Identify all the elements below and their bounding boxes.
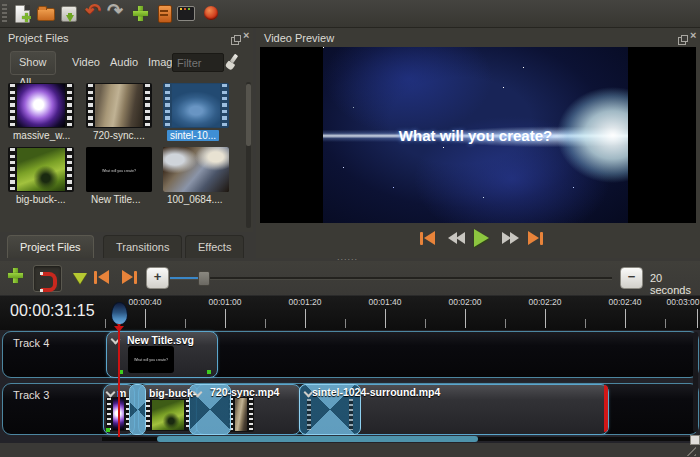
thumbnail-bedroom bbox=[163, 147, 229, 192]
file-label-massive: massive_w... bbox=[13, 130, 70, 141]
choose-profile-icon[interactable] bbox=[176, 4, 195, 23]
new-project-icon[interactable] bbox=[13, 4, 32, 23]
file-item-massive[interactable] bbox=[8, 83, 74, 128]
project-files-scrollbar[interactable] bbox=[246, 82, 251, 228]
current-time-display: 00:00:31:15 bbox=[10, 302, 95, 320]
open-project-icon[interactable] bbox=[36, 4, 55, 23]
undo-icon[interactable]: ↶ bbox=[85, 1, 104, 20]
ruler-tick-label: 00:03:00 bbox=[666, 297, 699, 307]
ruler-tick-label: 00:00:40 bbox=[128, 297, 161, 307]
file-item-720sync[interactable] bbox=[86, 83, 152, 128]
ruler-tick-label: 00:02:20 bbox=[528, 297, 561, 307]
import-files-icon[interactable] bbox=[132, 4, 151, 23]
clip-menu-chevron-icon[interactable] bbox=[106, 388, 114, 396]
tab-effects[interactable]: Effects bbox=[185, 235, 244, 258]
filter-input[interactable] bbox=[172, 53, 224, 72]
main-toolbar: ↶ ↷ bbox=[0, 0, 700, 28]
file-item-newtitle[interactable]: What will you create? bbox=[86, 147, 152, 192]
keyframe-dot bbox=[207, 370, 211, 374]
clip-bigbuck-label: big-buck- bbox=[149, 387, 196, 399]
track-4-name: Track 4 bbox=[13, 337, 49, 349]
export-video-icon[interactable] bbox=[202, 4, 221, 23]
transition-1[interactable] bbox=[129, 384, 146, 435]
video-preview-close-icon[interactable]: × bbox=[690, 31, 696, 40]
track-3-name: Track 3 bbox=[13, 389, 49, 401]
transition-thumbnail bbox=[306, 398, 354, 431]
selection-overlay bbox=[163, 83, 229, 128]
zoom-out-button[interactable]: − bbox=[620, 267, 643, 289]
video-viewport: What will you create? bbox=[260, 47, 696, 223]
ruler-tick-label: 00:01:00 bbox=[208, 297, 241, 307]
filter-show-all-button[interactable]: Show All bbox=[10, 51, 56, 75]
thumbnail-720sync bbox=[95, 84, 143, 127]
clip-new-title-label: New Title.svg bbox=[127, 334, 194, 346]
file-item-bedroom[interactable] bbox=[163, 147, 229, 192]
snapping-toggle-button[interactable] bbox=[33, 265, 62, 292]
clip-trim-end-handle[interactable] bbox=[604, 385, 608, 432]
ruler-tick-label: 00:02:00 bbox=[448, 297, 481, 307]
zoom-in-button[interactable]: + bbox=[146, 267, 169, 289]
playhead-line[interactable] bbox=[118, 326, 120, 437]
ruler-tick-label: 00:02:40 bbox=[608, 297, 641, 307]
clip-720sync-thumbnail bbox=[228, 397, 254, 432]
clip-new-title-thumbnail: What will you create? bbox=[128, 346, 174, 373]
tab-transitions[interactable]: Transitions bbox=[103, 235, 182, 258]
thumbnail-bigbuck bbox=[17, 148, 65, 191]
zoom-slider-handle[interactable] bbox=[198, 271, 210, 286]
thumbnail-newtitle: What will you create? bbox=[86, 147, 152, 192]
openshot-window: ↶ ↷ Project Files × Show All Video Audio… bbox=[0, 0, 700, 457]
transition-menu-chevron-icon[interactable] bbox=[304, 388, 312, 396]
file-label-720sync: 720-sync.... bbox=[93, 130, 145, 141]
clear-filter-brush-icon[interactable] bbox=[224, 54, 240, 70]
file-item-sintel[interactable] bbox=[163, 83, 229, 128]
play-button[interactable] bbox=[474, 229, 489, 247]
clip-new-title[interactable]: New Title.svg What will you create? bbox=[106, 331, 218, 378]
tab-project-files[interactable]: Project Files bbox=[7, 235, 94, 258]
window-resize-grip[interactable] bbox=[684, 446, 696, 456]
clip-720sync-label: 720-sync.mp4 bbox=[210, 386, 279, 398]
title-editor-icon[interactable] bbox=[155, 4, 174, 23]
playhead-marker[interactable] bbox=[111, 302, 128, 325]
keyframe-dot bbox=[106, 428, 110, 432]
toolbar-drag-handle[interactable] bbox=[2, 4, 7, 23]
video-frame: What will you create? bbox=[323, 47, 628, 223]
ruler-tick-label: 00:01:40 bbox=[368, 297, 401, 307]
dock-tab-bar: Project Files Transitions Effects bbox=[0, 232, 256, 258]
clip-sintel-label: sintel-1024-surround.mp4 bbox=[312, 386, 440, 398]
zoom-slider-track[interactable] bbox=[170, 277, 612, 280]
ruler-tick-label: 00:01:20 bbox=[288, 297, 321, 307]
file-label-bigbuck: big-buck-... bbox=[16, 194, 65, 205]
video-preview-title: Video Preview bbox=[264, 32, 334, 44]
scrollbar-corner bbox=[690, 435, 700, 445]
project-files-close-icon[interactable]: × bbox=[243, 31, 249, 40]
thumbnail-massive bbox=[17, 84, 65, 127]
timeline-hscroll-thumb[interactable] bbox=[157, 436, 478, 442]
video-overlay-text: What will you create? bbox=[323, 127, 628, 144]
clip-bigbuck-thumbnail bbox=[145, 399, 191, 431]
timeline-tracks-area[interactable]: Track 4 New Title.svg What will you crea… bbox=[0, 330, 700, 443]
file-label-newtitle: New Title... bbox=[91, 194, 140, 205]
zoom-scale-label: 20 seconds bbox=[650, 272, 700, 296]
project-files-float-icon[interactable] bbox=[231, 31, 240, 49]
zoom-slider-fill bbox=[170, 277, 200, 279]
project-files-title: Project Files bbox=[8, 32, 69, 44]
file-label-bedroom: 100_0684.... bbox=[167, 194, 223, 205]
redo-icon[interactable]: ↷ bbox=[107, 1, 126, 20]
file-label-sintel: sintel-10... bbox=[167, 130, 219, 141]
save-project-icon[interactable] bbox=[59, 4, 78, 23]
magnet-icon bbox=[41, 272, 57, 292]
timeline-vscroll[interactable] bbox=[693, 332, 698, 432]
file-item-bigbuck[interactable] bbox=[8, 147, 74, 192]
razor-tool-icon[interactable] bbox=[73, 273, 87, 284]
